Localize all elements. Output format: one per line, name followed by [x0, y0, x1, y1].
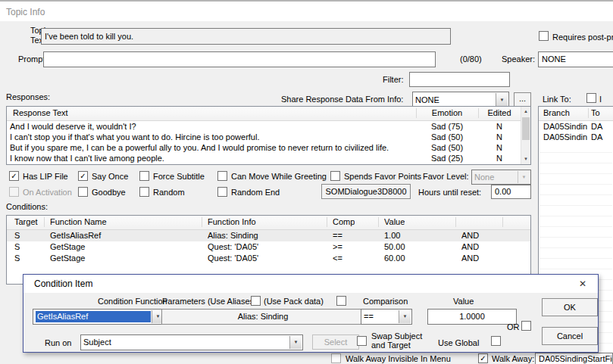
spends-favor-points-checkbox[interactable] — [330, 171, 340, 181]
or-label: OR — [507, 322, 520, 331]
link-to-checkbox[interactable] — [586, 93, 596, 103]
can-move-while-greeting-checkbox[interactable] — [217, 171, 227, 181]
favor-level-value: None — [474, 172, 517, 182]
speaker-field[interactable]: NONE — [538, 51, 613, 67]
close-icon[interactable]: ✕ — [577, 278, 589, 290]
walk-away-field[interactable]: DA05SindingStartFig — [535, 353, 613, 364]
share-response-browse-button[interactable]: ... — [514, 92, 531, 107]
walk-away-label: Walk Away: — [492, 354, 534, 363]
column-header-response-text[interactable]: Response Text — [13, 108, 68, 117]
link-to-label: Link To: — [543, 95, 571, 104]
condition-item-dialog: Condition Item ✕ Condition Function GetI… — [23, 274, 599, 353]
speaker-label: Speaker: — [502, 54, 535, 64]
response-list: Response Text Emotion Edited And I would… — [6, 106, 531, 165]
conditions-table-header: Target Function Name Function Info Comp … — [7, 216, 530, 230]
comparison-dropdown[interactable]: == ▼ — [361, 309, 412, 325]
requires-postpro-checkbox[interactable] — [539, 31, 549, 41]
force-subtitle-checkbox[interactable] — [139, 171, 149, 181]
random-label: Random — [153, 188, 185, 197]
link-to-list-header: Branch To — [539, 107, 613, 121]
use-pack-data-checkbox[interactable] — [336, 296, 346, 306]
condition-function-value: GetIsAliasRef — [36, 311, 151, 322]
response-row[interactable]: And I would deserve it, wouldn't I? Sad … — [7, 121, 521, 132]
force-subtitle-label: Force Subtitle — [153, 172, 205, 181]
column-header-target[interactable]: Target — [14, 217, 38, 226]
goodbye-label: Goodbye — [92, 188, 126, 197]
scrollbar-down-icon[interactable]: ▼ — [521, 154, 530, 164]
has-lip-file-checkbox[interactable]: ✓ — [9, 171, 19, 181]
chevron-down-icon[interactable]: ▼ — [496, 93, 508, 107]
column-header-topic[interactable]: To — [591, 108, 600, 117]
checkmark-icon: ✓ — [11, 172, 17, 180]
hours-until-reset-field[interactable]: 0.00 — [491, 185, 531, 199]
window-title: Topic Info — [6, 7, 45, 17]
walk-away-invisible-checkbox[interactable] — [331, 353, 341, 363]
goodbye-checkbox[interactable] — [78, 187, 88, 197]
response-row[interactable]: I know now that I can't live among peopl… — [7, 153, 521, 163]
on-activation-checkbox — [9, 187, 19, 197]
column-header-value[interactable]: Value — [384, 217, 405, 226]
response-row[interactable]: But if you spare me, I can be a powerful… — [7, 142, 521, 153]
response-list-header: Response Text Emotion Edited — [7, 107, 530, 121]
can-move-while-greeting-label: Can Move While Greeting — [231, 172, 327, 181]
scrollbar-thumb[interactable] — [522, 117, 530, 140]
scrollbar-up-icon[interactable]: ▲ — [521, 107, 530, 117]
chevron-down-icon[interactable]: ▼ — [399, 310, 411, 323]
random-end-checkbox[interactable] — [217, 187, 227, 197]
value-field[interactable]: 1.0000 — [427, 309, 517, 325]
responses-label: Responses: — [6, 92, 50, 101]
or-checkbox[interactable] — [521, 321, 531, 331]
run-on-label: Run on — [45, 338, 71, 347]
response-row[interactable]: I can't stop you if that's what you want… — [7, 132, 521, 142]
requires-postpro-label: Requires post-pro — [552, 33, 613, 42]
condition-function-dropdown[interactable]: GetIsAliasRef ▼ — [33, 309, 165, 325]
share-response-value: NONE — [415, 94, 495, 106]
favor-level-dropdown: None ▼ — [471, 170, 531, 185]
run-on-dropdown[interactable]: Subject ▼ — [80, 334, 303, 350]
use-global-label: Use Global — [438, 338, 479, 347]
ok-button[interactable]: OK — [542, 298, 598, 316]
chevron-down-icon[interactable]: ▼ — [289, 336, 302, 349]
say-once-label: Say Once — [92, 172, 128, 181]
conditions-label: Conditions: — [6, 202, 48, 211]
cancel-button[interactable]: Cancel — [542, 327, 598, 345]
prompt-field[interactable] — [43, 51, 436, 67]
condition-row[interactable]: S GetStage Quest: 'DA05' <= 60.00 AND — [7, 253, 530, 264]
column-header-function-info[interactable]: Function Info — [208, 217, 256, 226]
walk-away-invisible-label: Walk Away Invisible In Menu — [346, 354, 451, 363]
use-aliases-checkbox[interactable] — [251, 296, 261, 306]
condition-row[interactable]: S GetIsAliasRef Alias: Sinding == 1.00 A… — [7, 230, 530, 241]
filter-field[interactable] — [409, 72, 510, 87]
say-once-checkbox[interactable]: ✓ — [78, 171, 88, 181]
column-header-branch[interactable]: Branch — [543, 108, 570, 117]
walk-away-checkbox[interactable]: ✓ — [478, 353, 488, 363]
on-activation-label: On Activation — [23, 188, 72, 197]
checkmark-icon: ✓ — [480, 354, 486, 362]
condition-row[interactable]: S GetStage Quest: 'DA05' >= 50.00 AND — [7, 241, 530, 253]
random-checkbox[interactable] — [139, 187, 149, 197]
share-response-label: Share Response Data From Info: — [281, 95, 403, 104]
run-on-value: Subject — [83, 337, 289, 348]
topic-text-field[interactable]: I've been told to kill you. — [41, 28, 451, 45]
favor-level-label: Favor Level: — [423, 172, 469, 181]
som-dialogue-button[interactable]: SOMDialogue3D8000 — [321, 184, 411, 199]
comparison-label: Comparison — [363, 297, 408, 306]
link-to-row[interactable]: DA05Sinding... DA — [539, 132, 613, 142]
column-header-function-name[interactable]: Function Name — [50, 217, 107, 226]
comparison-value: == — [364, 311, 398, 322]
use-global-checkbox[interactable] — [491, 336, 501, 346]
swap-subject-target-checkbox[interactable] — [357, 336, 367, 346]
column-header-emotion[interactable]: Emotion — [416, 108, 478, 117]
column-header-edited[interactable]: Edited — [478, 108, 521, 117]
swap-subject-target-label: Swap Subject and Target — [371, 331, 422, 350]
random-end-label: Random End — [231, 188, 280, 197]
use-pack-data-label: (Use Pack data) — [264, 297, 324, 306]
link-to-row[interactable]: DA05Sinding... DA — [539, 121, 613, 132]
condition-item-title: Condition Item — [34, 278, 92, 289]
parameter-button[interactable]: Alias: Sinding — [161, 309, 364, 325]
column-header-comp[interactable]: Comp — [333, 217, 355, 226]
topic-info-window: Topic Info Topic Text I've been told to … — [0, 0, 613, 364]
checkmark-icon: ✓ — [80, 172, 86, 180]
parameters-label: Parameters (Use Aliases) — [162, 297, 257, 306]
response-list-scrollbar[interactable]: ▲ ▼ — [521, 107, 530, 164]
